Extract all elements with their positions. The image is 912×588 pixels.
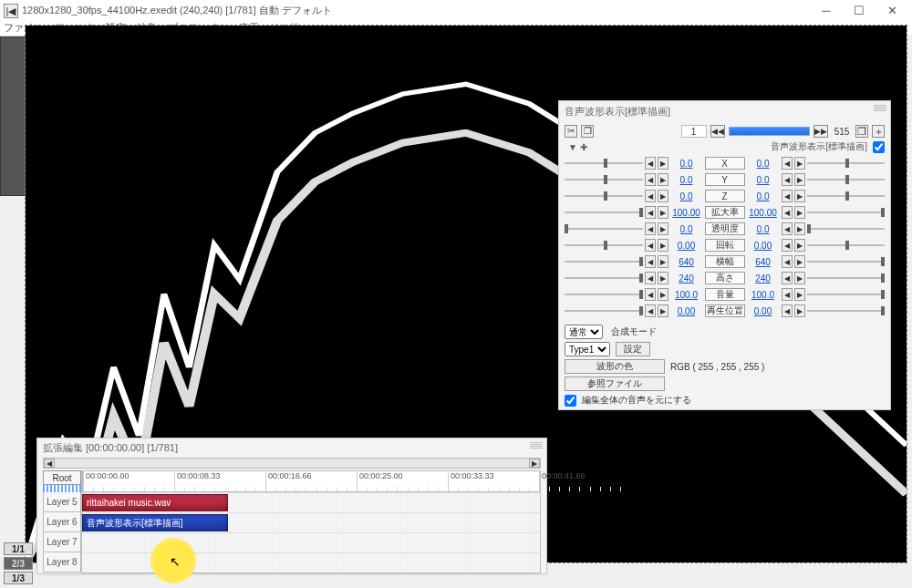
value-left[interactable]: 0.00: [670, 241, 703, 251]
value-left[interactable]: 0.00: [670, 306, 703, 316]
timeline-hscroll[interactable]: ◀ ▶: [43, 458, 541, 469]
scroll-right-icon[interactable]: ▶: [529, 459, 540, 468]
slider-left[interactable]: [565, 288, 643, 301]
nudge-right-icon[interactable]: ▶: [658, 239, 668, 252]
nudge-right-icon[interactable]: ▶: [658, 222, 668, 235]
add-button[interactable]: ＋: [872, 125, 885, 138]
nudge-left-icon[interactable]: ◀: [645, 190, 656, 202]
slider-right[interactable]: [807, 255, 886, 268]
nudge-right-icon[interactable]: ▶: [658, 304, 668, 317]
nudge-left-icon[interactable]: ◀: [645, 173, 656, 186]
nudge-left-icon[interactable]: ◀: [782, 304, 793, 317]
value-right[interactable]: 240: [747, 273, 780, 284]
caret-toggle[interactable]: ▼ ✚: [565, 142, 587, 152]
param-label[interactable]: 横幅: [705, 255, 745, 268]
nudge-right-icon[interactable]: ▶: [658, 190, 668, 202]
param-label[interactable]: 音量: [705, 288, 745, 301]
dup-right-icon[interactable]: ❐: [855, 125, 868, 138]
track-layer-7[interactable]: [82, 532, 540, 552]
cut-icon[interactable]: ✂: [565, 125, 577, 138]
nudge-right-icon[interactable]: ▶: [794, 190, 805, 202]
slider-right[interactable]: [807, 157, 886, 170]
nudge-left-icon[interactable]: ◀: [645, 304, 656, 317]
value-right[interactable]: 0.00: [747, 241, 780, 251]
audio-clip[interactable]: rittaihakei music.wav: [82, 494, 228, 511]
layer-7-label[interactable]: Layer 7: [43, 532, 81, 552]
value-left[interactable]: 0.0: [670, 159, 703, 169]
value-right[interactable]: 100.00: [747, 208, 780, 218]
enable-checkbox[interactable]: [873, 141, 885, 153]
nudge-left-icon[interactable]: ◀: [645, 288, 656, 301]
nudge-left-icon[interactable]: ◀: [782, 272, 793, 284]
value-left[interactable]: 640: [670, 257, 703, 267]
slider-right[interactable]: [807, 304, 886, 317]
value-right[interactable]: 640: [747, 257, 780, 267]
nudge-left-icon[interactable]: ◀: [782, 157, 793, 170]
nudge-left-icon[interactable]: ◀: [782, 222, 793, 235]
nudge-right-icon[interactable]: ▶: [794, 255, 805, 268]
badge-2-3[interactable]: 2/3: [4, 557, 33, 570]
nudge-right-icon[interactable]: ▶: [794, 272, 805, 284]
slider-right[interactable]: [807, 272, 886, 284]
nudge-right-icon[interactable]: ▶: [658, 288, 668, 301]
value-right[interactable]: 100.0: [747, 290, 780, 300]
value-right[interactable]: 0.0: [747, 224, 780, 234]
nudge-right-icon[interactable]: ▶: [658, 206, 668, 219]
nudge-left-icon[interactable]: ◀: [782, 190, 793, 202]
scroll-left-icon[interactable]: ◀: [44, 459, 55, 468]
nudge-right-icon[interactable]: ▶: [794, 239, 805, 252]
value-left[interactable]: 0.0: [670, 224, 703, 234]
nudge-right-icon[interactable]: ▶: [794, 222, 805, 235]
nudge-right-icon[interactable]: ▶: [794, 304, 805, 317]
nudge-right-icon[interactable]: ▶: [658, 157, 668, 170]
nudge-left-icon[interactable]: ◀: [782, 288, 793, 301]
root-button[interactable]: Root: [43, 470, 81, 485]
layer-8-label[interactable]: Layer 8: [43, 552, 81, 573]
nudge-left-icon[interactable]: ◀: [645, 239, 656, 252]
value-right[interactable]: 0.0: [747, 175, 780, 185]
track-layer-6[interactable]: 音声波形表示[標準描画]: [82, 512, 540, 532]
track-layer-5[interactable]: rittaihakei music.wav: [82, 492, 540, 512]
ref-file-button[interactable]: 参照ファイル: [565, 377, 665, 391]
slider-left[interactable]: [565, 272, 643, 284]
param-label[interactable]: 拡大率: [705, 206, 745, 219]
slider-right[interactable]: [807, 190, 886, 202]
param-label[interactable]: X: [705, 157, 745, 170]
value-left[interactable]: 100.0: [670, 290, 703, 300]
back-icon[interactable]: |◀: [4, 4, 18, 18]
value-right[interactable]: 0.0: [747, 159, 780, 169]
param-label[interactable]: 高さ: [705, 272, 745, 284]
slider-right[interactable]: [807, 239, 886, 252]
track-layer-8[interactable]: [82, 552, 540, 573]
param-label[interactable]: 回転: [705, 239, 745, 252]
use-whole-audio-checkbox[interactable]: [565, 395, 576, 407]
slider-right[interactable]: [807, 222, 886, 235]
slider-left[interactable]: [565, 222, 643, 235]
nudge-right-icon[interactable]: ▶: [794, 157, 805, 170]
nudge-left-icon[interactable]: ◀: [782, 239, 793, 252]
nudge-right-icon[interactable]: ▶: [794, 173, 805, 186]
forward-button[interactable]: ▶▶: [814, 125, 828, 138]
slider-left[interactable]: [565, 304, 643, 317]
wave-color-button[interactable]: 波形の色: [565, 359, 665, 374]
nudge-left-icon[interactable]: ◀: [645, 255, 656, 268]
value-right[interactable]: 0.00: [747, 306, 780, 316]
badge-1-3[interactable]: 1/3: [4, 572, 33, 584]
duplicate-icon[interactable]: ❐: [581, 125, 594, 138]
panel-grip-icon[interactable]: [874, 105, 886, 112]
slider-left[interactable]: [565, 206, 643, 219]
slider-left[interactable]: [565, 190, 643, 202]
slider-left[interactable]: [565, 239, 643, 252]
nudge-left-icon[interactable]: ◀: [645, 222, 656, 235]
layer-5-label[interactable]: Layer 5: [43, 492, 81, 512]
maximize-button[interactable]: ☐: [843, 0, 876, 20]
layer-6-label[interactable]: Layer 6: [43, 512, 81, 532]
close-button[interactable]: ✕: [876, 0, 908, 20]
rewind-button[interactable]: ◀◀: [710, 125, 725, 138]
nudge-right-icon[interactable]: ▶: [794, 206, 805, 219]
frame-seek-bar[interactable]: [729, 127, 811, 136]
nudge-right-icon[interactable]: ▶: [794, 288, 805, 301]
badge-1-1[interactable]: 1/1: [4, 542, 33, 555]
value-left[interactable]: 240: [670, 273, 703, 284]
nudge-left-icon[interactable]: ◀: [645, 206, 656, 219]
